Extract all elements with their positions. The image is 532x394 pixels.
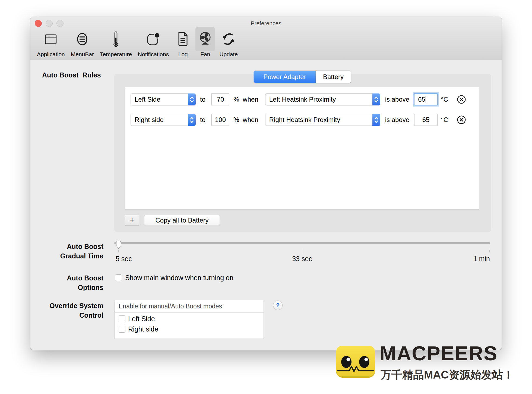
toolbar-label: Notifications	[136, 51, 170, 59]
slider-min-label: 5 sec	[116, 255, 132, 263]
fan-percent-input[interactable]: 70	[211, 93, 229, 105]
fan-percent-input[interactable]: 100	[211, 114, 229, 126]
rules-list: Left Side to 70 % when Left Heatsink Pro…	[125, 87, 479, 209]
percent-label: %	[233, 116, 239, 124]
override-item-left: Left Side	[119, 315, 264, 323]
show-main-window-label: Show main window when turning on	[125, 274, 233, 282]
fan-select[interactable]: Right side	[131, 114, 196, 126]
fan-select[interactable]: Left Side	[131, 93, 196, 105]
toolbar-label: Update	[218, 51, 239, 59]
application-icon	[41, 27, 61, 51]
sensor-select-value: Right Heatsink Proximity	[265, 116, 372, 124]
preferences-window: Preferences Application	[30, 17, 502, 350]
fan-percent-value: 70	[217, 96, 224, 103]
override-right-checkbox[interactable]	[119, 326, 125, 333]
toolbar-label: Temperature	[98, 51, 134, 59]
chevron-updown-icon	[188, 93, 196, 105]
gradual-time-slider-track[interactable]	[114, 242, 490, 244]
toolbar-item-notifications[interactable]: Notifications	[136, 27, 170, 59]
toolbar-item-application[interactable]: Application	[35, 27, 66, 59]
temperature-input[interactable]: 65	[414, 93, 438, 105]
delete-rule-button[interactable]	[457, 115, 466, 124]
slider-max-label: 1 min	[464, 255, 490, 263]
options-label: Auto Boost Options	[30, 273, 103, 292]
log-icon	[173, 27, 193, 51]
add-rule-button[interactable]: +	[125, 215, 139, 226]
fan-percent-value: 100	[215, 116, 226, 124]
window-chrome: Preferences Application	[30, 17, 502, 60]
tab-power-adapter[interactable]: Power Adapter	[254, 71, 316, 83]
override-left-label: Left Side	[128, 315, 155, 323]
toolbar-label: Fan	[199, 51, 212, 59]
toolbar-item-update[interactable]: Update	[218, 27, 239, 59]
override-left-checkbox[interactable]	[119, 315, 125, 322]
help-button[interactable]: ?	[273, 301, 283, 310]
macpeers-logo-icon	[336, 346, 375, 378]
fan-select-value: Left Side	[131, 96, 188, 103]
menubar-icon	[72, 27, 92, 51]
override-item-right: Right side	[119, 325, 264, 333]
update-icon	[219, 27, 238, 51]
toolbar-item-log[interactable]: Log	[173, 27, 193, 59]
override-label: Override System Control	[30, 301, 103, 320]
copy-all-to-battery-button[interactable]: Copy all to Battery	[144, 215, 220, 226]
slider-tick	[489, 250, 490, 252]
slider-tick	[302, 250, 302, 252]
circled-x-icon	[457, 95, 466, 104]
tab-battery[interactable]: Battery	[316, 71, 351, 83]
show-main-window-checkbox[interactable]	[115, 274, 122, 281]
temperature-icon	[106, 27, 126, 51]
macpeers-watermark-title: MACPEERS	[379, 342, 526, 365]
slider-mid-label: 33 sec	[283, 255, 321, 263]
override-box-header: Enable for manual/Auto Boost modes	[115, 300, 264, 312]
chevron-updown-icon	[372, 114, 380, 126]
when-label: when	[243, 96, 258, 103]
when-label: when	[243, 116, 258, 124]
toolbar-item-menubar[interactable]: MenuBar	[69, 27, 96, 59]
rule-row: Left Side to 70 % when Left Heatsink Pro…	[131, 93, 479, 106]
override-right-label: Right side	[128, 325, 158, 333]
circled-x-icon	[457, 115, 466, 124]
to-label: to	[200, 96, 205, 103]
slider-tick	[118, 250, 119, 252]
toolbar: Application MenuBar	[35, 27, 242, 59]
celsius-label: °C	[441, 116, 448, 124]
delete-rule-button[interactable]	[457, 95, 466, 104]
window-title: Preferences	[30, 20, 502, 27]
gradual-time-label: Auto Boost Gradual Time	[30, 242, 103, 261]
chevron-updown-icon	[372, 93, 380, 105]
toolbar-label: Log	[177, 51, 189, 59]
show-main-window-option: Show main window when turning on	[115, 274, 233, 282]
is-above-label: is above	[385, 96, 409, 103]
sensor-select-value: Left Heatsink Proximity	[265, 96, 372, 103]
toolbar-label: MenuBar	[69, 51, 96, 59]
text-caret	[426, 96, 426, 103]
notifications-icon	[144, 27, 163, 51]
fan-icon	[195, 27, 215, 51]
temperature-value: 65	[418, 96, 425, 103]
celsius-label: °C	[441, 96, 448, 103]
toolbar-item-temperature[interactable]: Temperature	[98, 27, 134, 59]
chevron-updown-icon	[188, 114, 196, 126]
to-label: to	[200, 116, 205, 124]
temperature-input[interactable]: 65	[414, 114, 438, 126]
toolbar-label: Application	[35, 51, 66, 59]
toolbar-item-fan[interactable]: Fan	[195, 27, 215, 59]
fan-select-value: Right side	[131, 116, 188, 124]
is-above-label: is above	[385, 116, 409, 124]
temperature-value: 65	[422, 116, 430, 124]
sensor-select[interactable]: Right Heatsink Proximity	[265, 114, 380, 126]
percent-label: %	[233, 96, 239, 103]
macpeers-watermark-subtitle: 万千精品MAC资源始发站！	[381, 367, 514, 382]
auto-boost-rules-label: Auto Boost Rules	[42, 71, 101, 79]
gradual-time-slider-thumb[interactable]	[115, 240, 122, 250]
power-source-tabs: Power Adapter Battery	[254, 71, 351, 83]
sensor-select[interactable]: Left Heatsink Proximity	[265, 93, 380, 105]
override-box: Enable for manual/Auto Boost modes Left …	[115, 300, 264, 339]
rule-row: Right side to 100 % when Right Heatsink …	[131, 113, 479, 127]
